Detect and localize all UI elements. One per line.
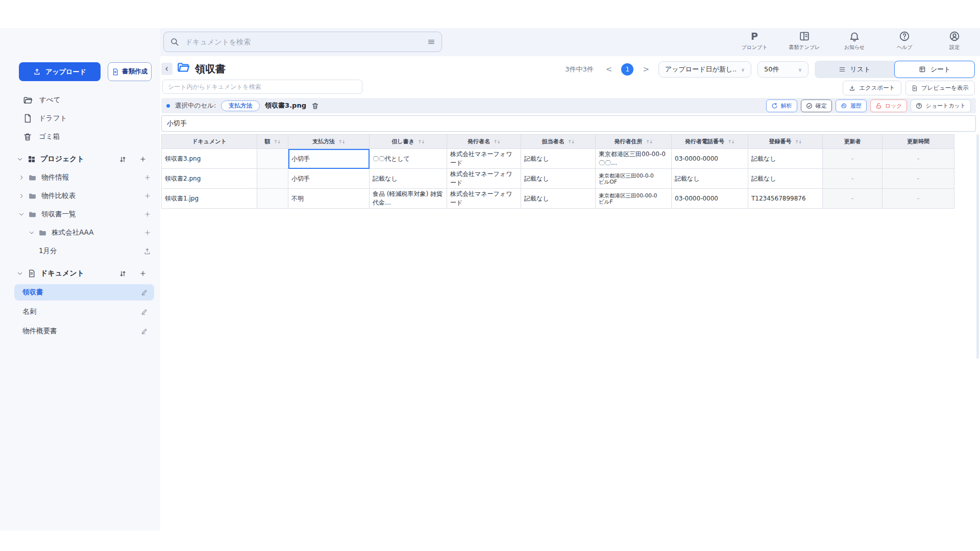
sort-icon[interactable] <box>119 270 127 278</box>
cell-r0c2[interactable]: 小切手 <box>288 149 370 169</box>
cell-action-履歴[interactable]: 履歴 <box>836 99 867 112</box>
cell-r0c4[interactable]: 株式会社マネーフォワード <box>447 149 521 169</box>
topbar-action-1[interactable]: 書類テンプレ <box>788 30 821 51</box>
sort-arrows-icon[interactable]: ↑↓ <box>418 139 425 144</box>
cell-r0c9[interactable]: - <box>823 149 883 169</box>
tree-item-1月分[interactable]: 1月分 <box>0 243 160 259</box>
sort-arrows-icon[interactable]: ↑↓ <box>274 139 280 144</box>
create-document-button[interactable]: 書類作成 <box>108 62 152 81</box>
cell-r1c0[interactable]: 領収書2.png <box>162 169 257 189</box>
cell-r2c9[interactable]: - <box>823 189 883 209</box>
cell-r1c1[interactable] <box>257 169 288 189</box>
tree-item-株式会社AAA[interactable]: 株式会社AAA <box>0 225 160 240</box>
sort-arrows-icon[interactable]: ↑↓ <box>338 139 345 144</box>
document-type-物件概要書[interactable]: 物件概要書 <box>14 323 154 339</box>
cell-action-ロック[interactable]: ロック <box>870 99 908 112</box>
cell-r0c0[interactable]: 領収書3.png <box>162 149 257 169</box>
plus-icon[interactable] <box>144 229 151 236</box>
column-header-発行者電話番号[interactable]: 発行者電話番号↑↓ <box>672 135 748 149</box>
pencil-icon[interactable] <box>141 289 148 296</box>
plus-icon[interactable] <box>139 156 146 163</box>
global-search[interactable] <box>163 32 442 52</box>
tree-item-物件情報[interactable]: 物件情報 <box>0 170 160 185</box>
column-header-登録番号[interactable]: 登録番号↑↓ <box>748 135 823 149</box>
cell-r1c4[interactable]: 株式会社マネーフォワード <box>447 169 521 189</box>
cell-r1c3[interactable]: 記載なし <box>370 169 447 189</box>
sort-arrows-icon[interactable]: ↑↓ <box>646 139 652 144</box>
cell-value-input[interactable] <box>161 115 976 132</box>
cell-r2c7[interactable]: 03-0000-0000 <box>672 189 748 209</box>
upload-button[interactable]: アップロード <box>19 62 101 81</box>
back-button[interactable] <box>161 63 173 75</box>
column-header-発行者住所[interactable]: 発行者住所↑↓ <box>596 135 672 149</box>
cell-r2c3[interactable]: 食品 (軽減税率対象) 雑貨代金… <box>370 189 447 209</box>
chevron-right-icon[interactable] <box>18 193 24 199</box>
cell-r2c1[interactable] <box>257 189 288 209</box>
cell-r0c6[interactable]: 東京都港区三田00-00-0 〇〇… <box>596 149 672 169</box>
export-button[interactable]: エクスポート <box>843 81 901 95</box>
cell-r1c10[interactable]: - <box>883 169 954 189</box>
sidebar-item-1[interactable]: ドラフト <box>0 111 160 126</box>
view-sheet-button[interactable]: シート <box>894 61 975 78</box>
topbar-action-4[interactable]: 設定 <box>938 30 971 51</box>
cell-r1c6[interactable]: 東京都港区三田00-0-0 ビルOF <box>596 169 672 189</box>
document-type-名刺[interactable]: 名刺 <box>14 304 154 320</box>
cell-r1c5[interactable]: 記載なし <box>521 169 596 189</box>
column-header-但し書き[interactable]: 但し書き↑↓ <box>370 135 447 149</box>
sidebar-item-0[interactable]: すべて <box>0 92 160 108</box>
cell-r2c10[interactable]: - <box>883 189 954 209</box>
topbar-action-2[interactable]: お知らせ <box>838 30 871 51</box>
sidebar-section-1[interactable]: ドキュメント <box>0 266 160 281</box>
table-scrollbar[interactable] <box>976 134 979 359</box>
sort-dropdown[interactable]: アップロード日が新し.. ∨ <box>658 61 751 78</box>
cell-r0c3[interactable]: 〇〇代として <box>370 149 447 169</box>
sort-arrows-icon[interactable]: ↑↓ <box>568 139 574 144</box>
pencil-icon[interactable] <box>141 308 148 315</box>
cell-action-確定[interactable]: 確定 <box>801 99 832 112</box>
cell-action-ショートカット[interactable]: ショートカット <box>911 99 971 112</box>
cell-r0c10[interactable]: - <box>883 149 954 169</box>
plus-icon[interactable] <box>144 192 151 199</box>
upload-icon[interactable] <box>143 247 151 255</box>
document-type-領収書[interactable]: 領収書 <box>14 284 154 300</box>
column-header-更新時間[interactable]: 更新時間 <box>883 135 954 149</box>
tree-item-領収書一覧[interactable]: 領収書一覧 <box>0 207 160 222</box>
column-header-支払方法[interactable]: 支払方法↑↓ <box>288 135 370 149</box>
per-page-dropdown[interactable]: 50件 ∨ <box>757 61 808 78</box>
cell-r1c7[interactable]: 記載なし <box>672 169 748 189</box>
page-prev-button[interactable]: < <box>603 65 616 74</box>
sort-icon[interactable] <box>119 156 127 163</box>
column-header-発行者名[interactable]: 発行者名↑↓ <box>447 135 521 149</box>
sheet-search-input[interactable] <box>162 80 362 94</box>
preview-button[interactable]: プレビューを表示 <box>905 81 975 95</box>
pencil-icon[interactable] <box>141 328 148 335</box>
plus-icon[interactable] <box>144 211 151 218</box>
sidebar-section-0[interactable]: プロジェクト <box>0 152 160 167</box>
sidebar-item-2[interactable]: ゴミ箱 <box>0 129 160 144</box>
field-pill[interactable]: 支払方法 <box>221 101 260 111</box>
tree-item-物件比較表[interactable]: 物件比較表 <box>0 188 160 204</box>
sort-arrows-icon[interactable]: ↑↓ <box>795 139 801 144</box>
topbar-action-3[interactable]: ヘルプ <box>888 30 921 51</box>
cell-r2c0[interactable]: 領収書1.jpg <box>162 189 257 209</box>
cell-r2c4[interactable]: 株式会社マネーフォワード <box>447 189 521 209</box>
sort-arrows-icon[interactable]: ↑↓ <box>728 139 734 144</box>
cell-action-解析[interactable]: 解析 <box>766 99 797 112</box>
column-header-額[interactable]: 額↑↓ <box>257 135 288 149</box>
column-header-更新者[interactable]: 更新者 <box>823 135 883 149</box>
column-header-担当者名[interactable]: 担当者名↑↓ <box>521 135 596 149</box>
view-list-button[interactable]: リスト <box>815 61 894 78</box>
page-number[interactable]: 1 <box>621 63 633 76</box>
cell-r0c5[interactable]: 記載なし <box>521 149 596 169</box>
cell-r2c5[interactable]: 記載なし <box>521 189 596 209</box>
cell-r2c8[interactable]: T1234567899876 <box>748 189 823 209</box>
chevron-down-icon[interactable] <box>18 211 24 217</box>
global-search-input[interactable] <box>184 37 422 46</box>
cell-r2c2[interactable]: 不明 <box>288 189 370 209</box>
chevron-right-icon[interactable] <box>18 174 24 181</box>
plus-icon[interactable] <box>139 270 146 278</box>
plus-icon[interactable] <box>144 174 151 181</box>
chevron-down-icon[interactable] <box>29 230 35 236</box>
search-menu-icon[interactable] <box>427 38 435 46</box>
column-header-ドキュメント[interactable]: ドキュメント <box>162 135 257 149</box>
